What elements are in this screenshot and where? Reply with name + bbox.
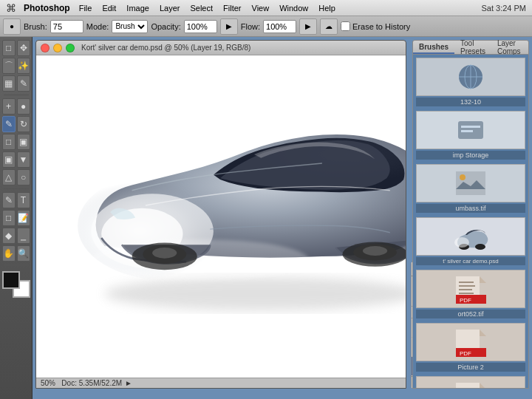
dodge-tool[interactable]: ○ (17, 169, 30, 185)
recent-file-1[interactable]: imp Storage (416, 111, 525, 160)
hand-tool[interactable]: ✋ (2, 245, 16, 262)
recent-file-6[interactable]: PDF Picture 3 (416, 376, 525, 389)
color-selector[interactable] (2, 271, 30, 298)
erase-history-checkbox[interactable] (341, 21, 350, 31)
pen-tools: ✎ T (2, 192, 30, 208)
erase-history-text: Erase to History (352, 22, 410, 31)
doc-info: Doc: 5.35M/52.2M (61, 379, 122, 387)
eraser-tool[interactable]: □ (2, 134, 16, 150)
recent-file-3-thumb (416, 217, 525, 256)
recent-file-5[interactable]: PDF Picture 2 (416, 323, 525, 372)
recent-file-0[interactable]: 132-10 (416, 58, 525, 106)
toolbar-brush-icon[interactable]: ● (3, 18, 21, 35)
eyedropper-tool[interactable]: ◆ (2, 228, 16, 244)
svg-rect-18 (456, 171, 485, 195)
apple-menu[interactable]: ⌘ (6, 2, 16, 14)
blur-tools: △ ○ (2, 169, 30, 185)
menu-items: File Edit Image Layer Select Filter View… (79, 4, 335, 13)
healing-tools: + ● (2, 98, 30, 115)
recent-file-5-label: Picture 2 (416, 363, 525, 372)
recent-file-6-thumb: PDF (416, 376, 525, 389)
menu-image[interactable]: Image (126, 4, 149, 13)
app-name[interactable]: Photoshop (24, 3, 70, 13)
brush-size-input[interactable] (50, 20, 83, 33)
measure-tools: ◆ ⎯ (2, 228, 30, 244)
recent-file-3-label: t' silver car demo.psd (416, 257, 525, 265)
recent-file-2-label: umbass.tif (416, 204, 525, 213)
opacity-arrow-icon[interactable]: ▶ (220, 18, 238, 35)
healing-tool[interactable]: + (2, 98, 16, 115)
tools-divider-3 (4, 265, 29, 265)
svg-point-19 (460, 174, 466, 180)
foreground-color[interactable] (2, 271, 20, 289)
svg-rect-16 (461, 126, 480, 128)
recent-file-3[interactable]: t' silver car demo.psd (416, 217, 525, 265)
canvas-window: Kort' silver car demo.psd @ 50% (Layer 1… (35, 40, 406, 389)
brush-tool[interactable]: ✎ (2, 116, 16, 132)
clock: Sat 3:24 PM (481, 4, 526, 13)
system-tray: Sat 3:24 PM (481, 4, 526, 13)
opacity-input[interactable] (184, 20, 217, 33)
recent-file-1-label: imp Storage (416, 151, 525, 160)
airbrush-icon[interactable]: ☁ (320, 18, 338, 35)
svg-point-0 (105, 276, 406, 310)
marquee-tool[interactable]: □ (2, 40, 16, 56)
car-sketch (58, 63, 406, 314)
recent-file-5-thumb: PDF (416, 323, 525, 361)
brush-label: Brush: (24, 22, 47, 31)
move-tool[interactable]: ✥ (17, 40, 30, 56)
menu-layer[interactable]: Layer (160, 4, 180, 13)
notes-tool[interactable]: 📝 (17, 210, 30, 226)
toolbar: ● Brush: Mode: Brush Opacity: ▶ Flow: ▶ … (0, 16, 532, 37)
pen-tool[interactable]: ✎ (2, 192, 16, 208)
measure-tool[interactable]: ⎯ (17, 228, 30, 244)
recent-file-4[interactable]: PDF ort052.tif (416, 270, 525, 318)
history-brush-tool[interactable]: ↻ (17, 116, 30, 132)
lasso-tool[interactable]: ⌒ (2, 58, 16, 74)
canvas-content[interactable] (36, 55, 406, 378)
status-arrow[interactable]: ► (125, 379, 132, 387)
slice-tool[interactable]: ✎ (17, 75, 30, 92)
canvas-container: Kort' silver car demo.psd @ 50% (Layer 1… (33, 37, 532, 399)
recent-file-4-label: ort052.tif (416, 310, 525, 318)
brush-tools: ✎ ↻ (2, 116, 30, 132)
brushes-tab[interactable]: Brushes (413, 41, 454, 54)
blur-tool[interactable]: △ (2, 169, 16, 185)
svg-rect-35 (456, 383, 480, 389)
clone-tool[interactable]: ● (17, 98, 30, 115)
minimize-button[interactable] (53, 44, 62, 52)
menu-view[interactable]: View (252, 4, 270, 13)
canvas-titlebar: Kort' silver car demo.psd @ 50% (Layer 1… (36, 41, 406, 55)
menu-window[interactable]: Window (279, 4, 308, 13)
text-tool[interactable]: T (17, 192, 30, 208)
shape-tool[interactable]: □ (2, 210, 16, 226)
svg-marker-32 (480, 330, 486, 336)
bg-eraser-tool[interactable]: ▣ (17, 134, 30, 150)
menu-filter[interactable]: Filter (223, 4, 241, 13)
recent-file-0-label: 132-10 (416, 98, 525, 106)
close-button[interactable] (41, 44, 50, 52)
menu-edit[interactable]: Edit (102, 4, 116, 13)
svg-marker-24 (480, 276, 486, 283)
magic-wand-tool[interactable]: ✨ (17, 58, 30, 74)
eraser-tools: □ ▣ (2, 134, 30, 150)
gradient-tool[interactable]: ▣ (2, 151, 16, 168)
recent-file-2[interactable]: umbass.tif (416, 164, 525, 213)
status-divider (55, 379, 61, 387)
menu-select[interactable]: Select (190, 4, 213, 13)
paint-bucket-tool[interactable]: ▼ (17, 151, 30, 168)
menu-help[interactable]: Help (318, 4, 335, 13)
svg-text:PDF: PDF (460, 297, 471, 304)
erase-history-label: Erase to History (341, 21, 410, 31)
flow-arrow-icon[interactable]: ▶ (299, 18, 317, 35)
zoom-tool[interactable]: 🔍 (17, 245, 30, 262)
menu-file[interactable]: File (79, 4, 92, 13)
mode-select[interactable]: Brush (112, 20, 148, 33)
svg-point-22 (454, 237, 469, 248)
recent-file-1-thumb (416, 111, 525, 149)
crop-tools: ▦ ✎ (2, 75, 30, 92)
flow-input[interactable] (263, 20, 296, 33)
maximize-button[interactable] (66, 44, 75, 52)
nav-tools: ✋ 🔍 (2, 245, 30, 262)
crop-tool[interactable]: ▦ (2, 75, 16, 92)
